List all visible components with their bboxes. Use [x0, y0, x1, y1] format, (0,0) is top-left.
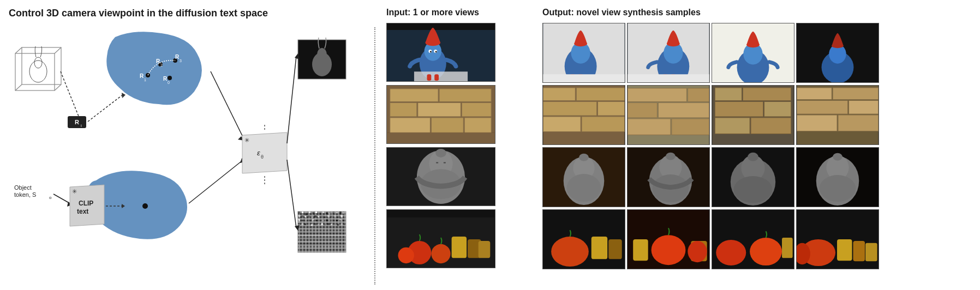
output-img-buddha-3	[712, 147, 794, 207]
svg-rect-236	[608, 239, 622, 259]
svg-text:R: R	[156, 58, 160, 64]
output-img-fruit-4	[796, 209, 879, 269]
svg-rect-200	[715, 118, 750, 134]
svg-rect-191	[576, 88, 624, 101]
svg-rect-72	[309, 220, 310, 221]
svg-rect-75	[319, 219, 321, 221]
svg-rect-250	[865, 243, 877, 261]
svg-rect-84	[301, 223, 303, 225]
svg-rect-143	[390, 102, 417, 117]
svg-text:1: 1	[144, 78, 146, 82]
svg-line-4	[55, 84, 61, 90]
svg-point-227	[734, 176, 773, 203]
svg-marker-127	[122, 204, 125, 208]
output-section-title: Output: novel view synthesis samples	[542, 8, 971, 17]
svg-point-25	[142, 203, 148, 209]
svg-rect-36	[298, 40, 346, 79]
svg-point-231	[833, 153, 842, 161]
svg-point-135	[430, 51, 432, 53]
svg-marker-114	[295, 53, 300, 59]
svg-rect-91	[324, 224, 326, 226]
svg-rect-169	[543, 74, 624, 82]
svg-rect-70	[302, 220, 303, 221]
svg-rect-54	[298, 215, 300, 217]
svg-rect-69	[298, 219, 300, 221]
svg-rect-65	[334, 215, 336, 218]
svg-point-16	[168, 76, 172, 80]
input-section-title: Input: 1 or more views	[386, 8, 534, 17]
svg-point-37	[312, 52, 332, 76]
svg-marker-129	[122, 93, 126, 98]
svg-rect-74	[315, 220, 317, 221]
svg-rect-112	[298, 212, 346, 252]
input-image-fruit	[386, 209, 495, 268]
svg-rect-55	[301, 215, 303, 218]
svg-rect-249	[853, 241, 865, 261]
svg-point-159	[398, 247, 414, 263]
svg-rect-50	[332, 212, 334, 214]
svg-rect-197	[628, 88, 686, 102]
svg-text:token, S: token, S	[14, 191, 36, 198]
svg-point-217	[567, 174, 601, 202]
svg-rect-97	[344, 223, 345, 225]
svg-marker-29	[240, 158, 247, 163]
svg-rect-100	[298, 232, 346, 234]
svg-rect-68	[344, 216, 345, 218]
output-row-bricks	[542, 85, 971, 145]
svg-rect-107	[298, 212, 346, 252]
output-row-fruit	[542, 209, 971, 269]
input-section: Input: 1 or more views	[381, 5, 534, 285]
svg-point-234	[551, 237, 589, 267]
svg-rect-96	[340, 223, 343, 225]
svg-rect-82	[343, 220, 344, 221]
svg-rect-78	[329, 220, 331, 221]
output-img-fruit-2	[627, 209, 710, 269]
svg-line-128	[88, 94, 123, 122]
svg-rect-10	[68, 116, 86, 128]
svg-rect-1	[22, 47, 61, 84]
svg-rect-102	[298, 238, 346, 239]
svg-rect-83	[298, 223, 300, 225]
output-img-bricks-3	[712, 85, 794, 145]
svg-rect-67	[340, 215, 343, 218]
svg-text:θ: θ	[261, 154, 264, 160]
output-row-smurf	[542, 23, 971, 83]
input-images-list	[386, 23, 534, 268]
svg-rect-64	[331, 216, 332, 218]
svg-point-243	[716, 240, 746, 265]
svg-point-244	[750, 238, 782, 265]
svg-rect-202	[715, 101, 763, 116]
svg-rect-101	[298, 235, 346, 237]
svg-rect-41	[302, 212, 303, 213]
svg-point-7	[34, 57, 42, 68]
svg-rect-44	[312, 212, 314, 214]
input-image-smurf	[386, 23, 495, 82]
svg-rect-138	[427, 74, 431, 81]
svg-marker-27	[238, 136, 244, 141]
svg-rect-73	[312, 219, 314, 221]
svg-rect-0	[15, 53, 55, 90]
svg-text:2: 2	[160, 63, 163, 67]
svg-point-152	[435, 149, 446, 158]
svg-rect-49	[329, 213, 331, 215]
svg-point-241	[688, 241, 707, 262]
svg-line-5	[15, 84, 22, 90]
svg-rect-71	[305, 219, 307, 221]
svg-rect-39	[298, 212, 346, 252]
dotted-divider-line	[374, 27, 375, 285]
svg-rect-58	[311, 216, 313, 218]
svg-text:✳: ✳	[72, 188, 77, 195]
main-container: Control 3D camera viewpoint in the diffu…	[0, 0, 980, 290]
svg-rect-86	[308, 223, 310, 225]
svg-rect-105	[298, 246, 346, 247]
svg-rect-160	[452, 237, 467, 258]
svg-text:ε: ε	[257, 149, 260, 157]
svg-rect-203	[764, 101, 791, 116]
svg-point-226	[748, 153, 758, 161]
svg-rect-66	[337, 216, 339, 218]
svg-rect-190	[543, 88, 575, 101]
output-img-smurf-2	[627, 23, 710, 83]
svg-rect-235	[591, 237, 607, 259]
svg-rect-208	[838, 115, 879, 131]
svg-rect-52	[339, 212, 342, 214]
